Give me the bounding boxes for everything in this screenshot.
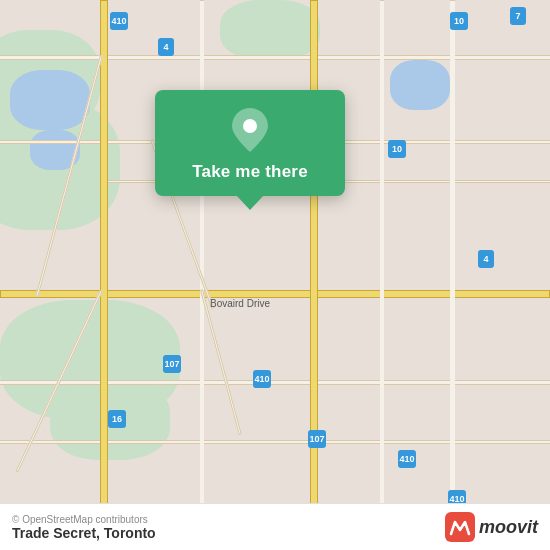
bottom-bar: © OpenStreetMap contributors Trade Secre…: [0, 503, 550, 550]
highway-badge-4-right: 4: [478, 250, 494, 268]
highway-badge-410-lower: 410: [253, 370, 271, 388]
svg-point-0: [243, 119, 257, 133]
road-v-left: [100, 0, 108, 550]
highway-badge-10-topright: 10: [450, 12, 468, 30]
location-text: Trade Secret, Toronto: [12, 525, 156, 541]
moovit-logo[interactable]: moovit: [445, 512, 538, 542]
svg-rect-1: [445, 512, 475, 542]
road-v-right: [450, 0, 455, 550]
highway-badge-107-left: 107: [163, 355, 181, 373]
highway-badge-107-right: 107: [308, 430, 326, 448]
highway-badge-7: 7: [510, 7, 526, 25]
road-bovaird-main: [0, 290, 550, 298]
water-area-3: [390, 60, 450, 110]
popup-label: Take me there: [192, 162, 308, 182]
moovit-icon: [445, 512, 475, 542]
highway-badge-410-top: 410: [110, 12, 128, 30]
popup-card[interactable]: Take me there: [155, 90, 345, 196]
road-v-center: [310, 0, 318, 550]
road-h-top: [0, 55, 550, 60]
highway-badge-16: 16: [108, 410, 126, 428]
attribution-text: © OpenStreetMap contributors: [12, 514, 156, 525]
bottom-left-section: © OpenStreetMap contributors Trade Secre…: [12, 514, 156, 541]
highway-badge-10-right: 10: [388, 140, 406, 158]
highway-badge-4-top: 4: [158, 38, 174, 56]
road-h-lower: [0, 380, 550, 385]
road-v-mid-right: [380, 0, 384, 550]
moovit-text: moovit: [479, 517, 538, 538]
location-pin-icon: [228, 108, 272, 152]
road-label-bovaird: Bovaird Drive: [210, 298, 270, 309]
park-area-3: [220, 0, 320, 60]
highway-badge-410-bottom: 410: [398, 450, 416, 468]
water-area-1: [10, 70, 90, 130]
road-h-bottom: [0, 440, 550, 444]
map-container: Bovaird Drive 410 4 10 10 107 410 16 107…: [0, 0, 550, 550]
